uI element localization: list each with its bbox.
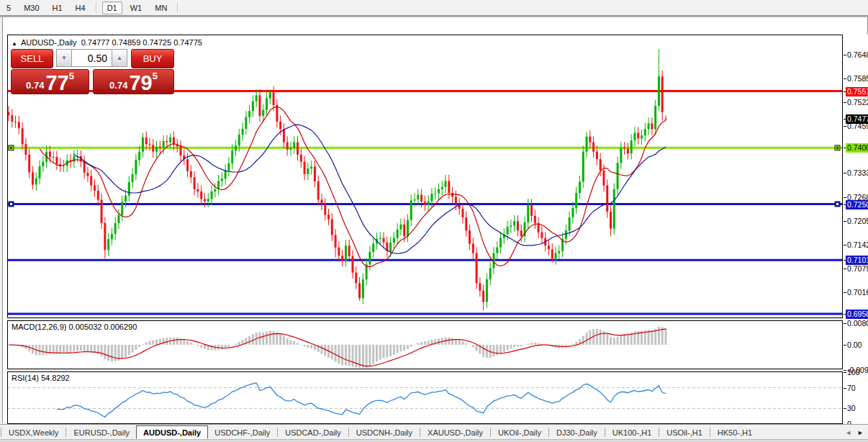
tab-separator <box>659 428 659 437</box>
timeframe-button-h4[interactable]: H4 <box>71 1 91 14</box>
axis-tick <box>844 372 846 373</box>
mt4-terminal: 5M30H1H4D1W1MN 0.764800.758500.755120.75… <box>0 0 868 442</box>
chart-tab-bar: USDX,WeeklyEURUSD-,DailyAUDUSD-,DailyUSD… <box>0 424 868 440</box>
toolbar-separator <box>96 2 97 13</box>
chevron-up-icon: ▲ <box>117 55 122 61</box>
tab-separator <box>1 428 1 437</box>
timeframe-button-mn[interactable]: MN <box>150 1 172 14</box>
chart-tab-uk100[interactable]: UK100-,H1 <box>606 427 658 438</box>
timeframe-button-d1[interactable]: D1 <box>102 1 122 14</box>
price-axis-label: 0.72504 <box>846 200 868 209</box>
sell-price-big: 77 <box>45 73 68 92</box>
axis-tick <box>844 102 846 103</box>
tab-separator <box>490 428 491 437</box>
toolbar-separator <box>177 2 178 13</box>
chart-tab-usdcnh[interactable]: USDCNH-,Daily <box>350 427 419 438</box>
chart-tab-usoil[interactable]: USOil-,H1 <box>660 427 709 438</box>
rsi-label: RSI(14) 54.8292 <box>12 374 70 382</box>
axis-tick <box>844 55 846 55</box>
price-axis-label: 0.74590 <box>847 122 868 131</box>
rsi-value: 54.8292 <box>41 374 70 382</box>
timeframe-toolbar: 5M30H1H4D1W1MN <box>0 0 868 15</box>
macd-label: MACD(12,26,9) 0.005032 0.006290 <box>12 323 137 331</box>
tab-scroll-left-icon[interactable]: ◄ <box>845 429 851 436</box>
price-axis-label: 0.76480 <box>847 50 868 60</box>
timeframe-button-w1[interactable]: W1 <box>125 1 148 14</box>
axis-tick <box>844 269 846 269</box>
tab-separator <box>348 428 349 437</box>
rsi-axis-label: 100 <box>847 368 860 377</box>
chart-tab-dj30[interactable]: DJ30-,Daily <box>550 427 604 438</box>
tab-separator <box>605 428 605 437</box>
macd-values: 0.005032 0.006290 <box>68 323 137 331</box>
buy-price-big: 79 <box>129 73 152 92</box>
price-axis-label: 0.70795 <box>847 264 868 274</box>
volume-increase-button[interactable]: ▲ <box>112 49 127 67</box>
chart-tab-xauusd[interactable]: XAUUSD-,Daily <box>421 427 489 438</box>
price-axis-label: 0.69582 <box>846 310 868 319</box>
chart-ohlc-header: ▲AUDUSD-,Daily 0.74777 0.74859 0.74725 0… <box>12 38 202 47</box>
axis-tick <box>844 323 846 324</box>
sell-button[interactable]: SELL <box>11 49 53 68</box>
tab-separator <box>65 428 66 437</box>
axis-tick <box>844 370 846 371</box>
rsi-axis-label: 30 <box>847 404 856 413</box>
chart-tab-ukoil[interactable]: UKOil-,Daily <box>492 427 548 438</box>
price-axis-label: 0.72055 <box>847 217 868 226</box>
buy-button[interactable]: BUY <box>131 49 174 68</box>
sell-price-sup: 5 <box>69 71 74 81</box>
axis-tick <box>844 173 846 173</box>
one-click-trade-panel: SELL ▼ ▲ BUY 0.74775 0.74795 <box>11 49 174 94</box>
rsi-indicator-plot[interactable] <box>7 371 843 424</box>
timeframe-button-5[interactable]: 5 <box>1 1 16 14</box>
chart-tab-usdchf[interactable]: USDCHF-,Daily <box>208 427 276 438</box>
price-axis-label: 0.75850 <box>847 74 868 84</box>
axis-tick <box>844 78 846 79</box>
price-axis-label: 0.74002 <box>846 143 868 153</box>
rsi-axis-label: 70 <box>847 384 856 393</box>
buy-price-sup: 5 <box>153 71 158 81</box>
rsi-name: RSI(14) <box>12 374 39 382</box>
macd-axis-label: 0.008063 <box>847 319 868 328</box>
price-axis-label: 0.70165 <box>847 288 868 297</box>
chart-ohlc-values: 0.74777 0.74859 0.74725 0.74775 <box>81 38 202 47</box>
chart-tab-usdcad[interactable]: USDCAD-,Daily <box>279 427 348 438</box>
tab-separator <box>420 428 420 437</box>
price-axis-label: 0.73330 <box>847 168 868 178</box>
tab-separator <box>710 428 710 437</box>
tab-scroll-right-icon[interactable]: ► <box>857 429 864 436</box>
price-axis-label: 0.75220 <box>847 98 868 107</box>
axis-tick <box>844 221 846 222</box>
chart-symbol-label: AUDUSD-,Daily <box>21 38 77 47</box>
chart-tab-usdx[interactable]: USDX,Weekly <box>2 427 65 438</box>
axis-tick <box>844 408 846 409</box>
buy-price-display[interactable]: 0.74795 <box>93 69 174 94</box>
sell-price-display[interactable]: 0.74775 <box>11 69 89 94</box>
price-axis-label: 0.75512 <box>846 87 868 96</box>
chart-collapse-icon[interactable]: ▲ <box>12 40 17 47</box>
sell-price-prefix: 0.74 <box>26 80 44 91</box>
tab-scroll-arrows: ◄► <box>845 429 864 436</box>
axis-tick <box>844 345 846 346</box>
axis-tick <box>844 126 846 127</box>
volume-input[interactable] <box>72 49 112 67</box>
chart-window: 0.764800.758500.755120.752200.747750.745… <box>2 17 868 423</box>
chart-tab-eurusd[interactable]: EURUSD-,Daily <box>67 427 136 438</box>
timeframe-button-h1[interactable]: H1 <box>48 1 68 14</box>
axis-tick <box>844 292 846 293</box>
axis-tick <box>844 197 846 198</box>
macd-axis-label: 0.00 <box>847 340 862 350</box>
chart-tab-hk50[interactable]: HK50-,H1 <box>711 427 759 438</box>
tab-separator <box>548 428 549 437</box>
price-axis-label: 0.71425 <box>847 240 868 250</box>
macd-name: MACD(12,26,9) <box>12 323 66 331</box>
price-axis[interactable]: 0.764800.758500.755120.752200.747750.745… <box>844 35 868 441</box>
timeframe-button-m30[interactable]: M30 <box>19 1 44 14</box>
tab-separator <box>277 428 278 437</box>
axis-tick <box>844 388 846 389</box>
chart-tab-audusd[interactable]: AUDUSD-,Daily <box>136 425 208 439</box>
volume-decrease-button[interactable]: ▼ <box>56 49 72 67</box>
axis-tick <box>844 245 846 245</box>
buy-price-prefix: 0.74 <box>109 80 127 91</box>
status-bar-edge <box>0 439 868 442</box>
